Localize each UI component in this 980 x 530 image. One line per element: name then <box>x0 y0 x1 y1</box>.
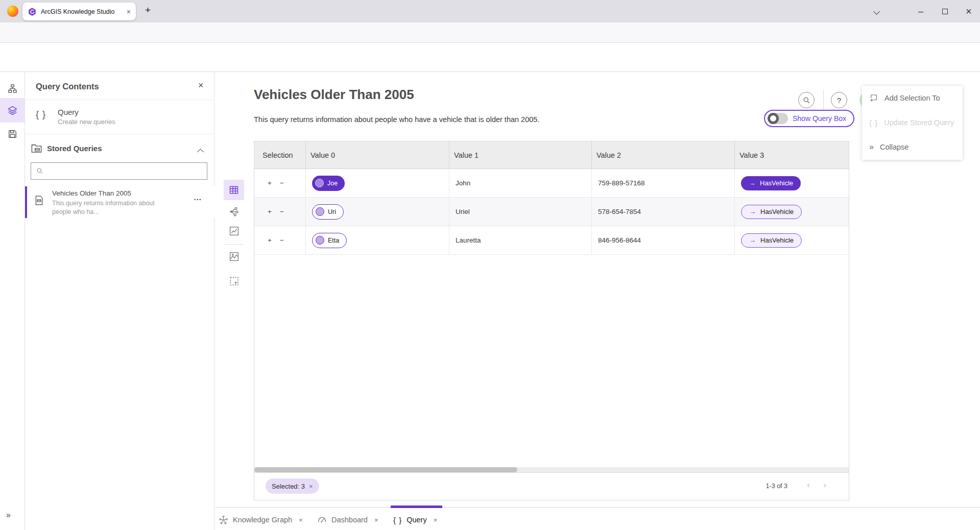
select-add-button[interactable]: + <box>268 179 272 187</box>
header-search-button[interactable] <box>798 92 815 108</box>
stored-queries-search[interactable] <box>31 162 207 180</box>
tab-label: Query <box>407 516 427 524</box>
table-footer: Selected: 3 × 1-3 of 3 ‹ › <box>254 472 849 500</box>
stored-query-doc-icon <box>34 195 44 206</box>
left-rail <box>0 72 25 530</box>
relationship-pill[interactable]: →HasVehicle <box>741 176 801 190</box>
hierarchy-icon[interactable] <box>0 76 25 101</box>
column-header: Selection <box>254 141 306 168</box>
tab-label: Dashboard <box>331 516 368 524</box>
add-selection-icon <box>869 93 878 103</box>
relationship-pill[interactable]: →HasVehicle <box>741 205 802 219</box>
firefox-icon[interactable] <box>7 6 18 17</box>
knowledge-graph-icon <box>219 515 228 525</box>
selected-indicator-bar <box>25 186 27 218</box>
tab-close-icon[interactable]: × <box>299 516 303 524</box>
query-item-title: Query <box>58 108 79 116</box>
toggle-switch[interactable] <box>768 113 788 124</box>
context-menu: Add Selection To { } Update Stored Query… <box>862 86 963 160</box>
window-close-icon[interactable]: × <box>966 0 972 22</box>
maximize-icon[interactable] <box>942 0 948 22</box>
tab-knowledge-graph[interactable]: Knowledge Graph × <box>219 512 303 527</box>
entity-pill[interactable]: Joe <box>312 176 345 191</box>
expand-rail-icon[interactable]: » <box>6 511 11 520</box>
bottom-tabbar-border <box>215 507 980 508</box>
select-add-button[interactable]: + <box>268 208 272 215</box>
cell-value: 846-956-8644 <box>592 226 735 254</box>
dashboard-gauge-icon <box>317 515 327 525</box>
stored-queries-title: Stored Queries <box>47 144 102 153</box>
link-chart-view-icon[interactable] <box>229 206 240 217</box>
scrollbar-thumb[interactable] <box>254 467 517 472</box>
active-tab-indicator <box>391 505 442 508</box>
previous-page-icon[interactable]: ‹ <box>807 480 810 490</box>
cell-value: 759-889-57168 <box>592 169 735 197</box>
stored-query-title: Vehicles Older Than 2005 <box>52 189 131 197</box>
minimize-icon[interactable]: – <box>918 0 923 22</box>
page-description: This query returns information about peo… <box>254 115 539 124</box>
chart-view-icon[interactable] <box>229 226 240 236</box>
relationship-pill[interactable]: →HasVehicle <box>741 233 802 248</box>
toggle-label: Show Query Box <box>793 114 846 123</box>
app-favicon <box>28 7 37 16</box>
app-header: Certification Project ? PL publisher2 la… <box>0 43 980 72</box>
show-query-box-toggle[interactable]: Show Query Box <box>764 110 854 127</box>
menu-item-collapse[interactable]: » Collapse <box>862 135 963 159</box>
tab-close-icon[interactable]: × <box>434 516 438 524</box>
entity-pill[interactable]: Uri <box>312 204 344 220</box>
stored-query-description: This query returns information about peo… <box>52 199 155 216</box>
help-button[interactable]: ? <box>831 92 847 108</box>
query-item-subtitle: Create new queries <box>58 118 115 126</box>
table-view-icon[interactable] <box>224 180 244 200</box>
panel-close-icon[interactable]: × <box>198 80 204 91</box>
menu-item-update-stored-query[interactable]: { } Update Stored Query <box>862 110 963 135</box>
toolbar-divider <box>225 244 243 245</box>
arrow-right-icon: → <box>749 236 756 244</box>
query-contents-panel <box>25 72 214 530</box>
collapse-section-icon[interactable] <box>198 147 203 156</box>
arrow-right-icon: → <box>749 208 756 215</box>
layers-icon[interactable] <box>0 98 25 123</box>
entity-dot-icon <box>316 207 324 216</box>
new-tab-button[interactable]: + <box>145 5 151 16</box>
panel-divider <box>25 100 214 100</box>
folder-icon <box>31 142 42 154</box>
select-add-button[interactable]: + <box>268 236 272 244</box>
browser-tab[interactable]: ArcGIS Knowledge Studio × <box>22 3 136 20</box>
stored-query-menu-icon[interactable]: ••• <box>194 197 202 202</box>
tab-close-icon[interactable]: × <box>374 516 378 524</box>
tab-dashboard[interactable]: Dashboard × <box>317 512 378 527</box>
tab-label: Knowledge Graph <box>233 516 292 524</box>
selection-view-icon[interactable] <box>229 276 240 286</box>
horizontal-scrollbar[interactable] <box>254 467 849 472</box>
column-header: Value 0 <box>306 141 449 168</box>
arrow-right-icon: → <box>749 179 755 187</box>
save-icon[interactable] <box>0 122 25 146</box>
double-chevron-icon: » <box>869 142 874 152</box>
screen: ArcGIS Knowledge Studio × + – × ← → http… <box>0 0 980 530</box>
stored-queries-search-input[interactable] <box>47 167 202 175</box>
clear-selection-icon[interactable]: × <box>309 483 313 490</box>
browser-tab-strip: ArcGIS Knowledge Studio × + – × <box>0 0 980 22</box>
select-remove-button[interactable]: − <box>280 236 284 244</box>
tabs-dropdown-icon[interactable] <box>874 0 879 22</box>
entity-dot-icon <box>316 236 324 245</box>
tab-query[interactable]: { } Query × <box>393 512 437 527</box>
browser-toolbar: ← → https://dev0028833.esri.com/portal/a… <box>0 22 980 43</box>
menu-item-add-selection-to[interactable]: Add Selection To <box>862 86 963 110</box>
entity-pill[interactable]: Etta <box>312 233 347 248</box>
tab-close-icon[interactable]: × <box>127 8 131 16</box>
menu-item-label: Collapse <box>880 143 909 151</box>
braces-icon: { } <box>36 109 46 120</box>
next-page-icon[interactable]: › <box>823 480 826 490</box>
selected-count-label: Selected: 3 <box>272 483 305 490</box>
selected-count-chip[interactable]: Selected: 3 × <box>266 478 319 494</box>
select-remove-button[interactable]: − <box>280 179 284 187</box>
braces-icon: { } <box>393 516 402 524</box>
menu-item-label: Add Selection To <box>885 94 940 102</box>
select-remove-button[interactable]: − <box>280 208 284 215</box>
column-header: Value 1 <box>449 141 592 168</box>
map-view-icon[interactable] <box>229 251 240 262</box>
header-divider <box>823 90 824 110</box>
cell-value: 578-654-7854 <box>592 198 735 226</box>
